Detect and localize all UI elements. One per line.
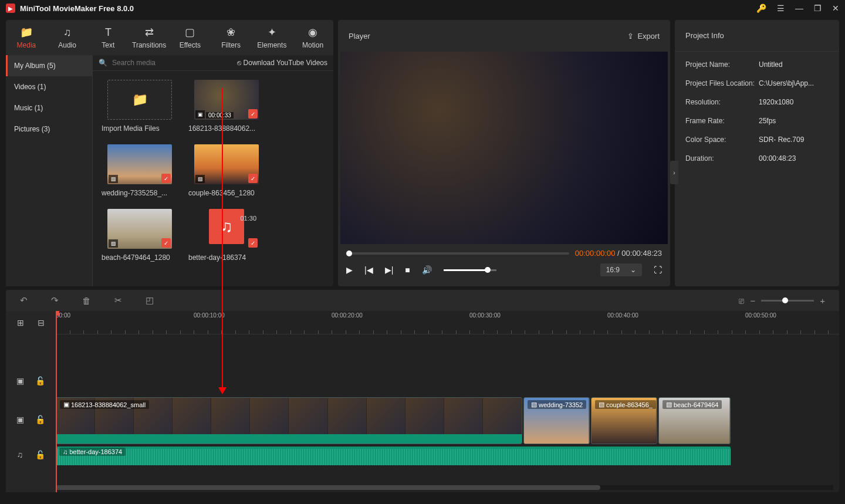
image-badge-icon: ▧	[109, 239, 118, 248]
app-title: MiniTool MovieMaker Free 8.0.0	[20, 4, 756, 13]
export-icon: ⇪	[627, 32, 634, 40]
export-button[interactable]: ⇪Export	[627, 32, 660, 40]
sidebar-item-videos[interactable]: Videos (1)	[6, 76, 92, 97]
project-info-panel: › Project Info Project Name:Untitled Pro…	[675, 20, 839, 286]
motion-icon: ◉	[308, 26, 317, 39]
add-track-button[interactable]: ⊞	[17, 318, 24, 327]
zoom-slider[interactable]	[761, 300, 814, 302]
tab-text[interactable]: TText	[88, 20, 129, 55]
next-frame-button[interactable]: ▶|	[385, 265, 394, 275]
zoom-in-button[interactable]: +	[820, 296, 825, 306]
info-row: Resolution:1920x1080	[675, 93, 839, 111]
media-item[interactable]: ▣ 00:00:33 ✓ 168213-838884062...	[188, 80, 265, 133]
import-media-button[interactable]: 📁 Import Media Files	[102, 80, 178, 133]
sidebar-item-music[interactable]: Music (1)	[6, 97, 92, 119]
folder-icon: 📁	[20, 26, 33, 39]
sidebar-item-my-album[interactable]: My Album (5)	[6, 55, 92, 76]
top-tabs: 📁Media ♫Audio TText ⇄Transitions ▢Effect…	[6, 20, 333, 55]
tab-filters[interactable]: ❀Filters	[211, 20, 252, 55]
sidebar-item-pictures[interactable]: Pictures (3)	[6, 119, 92, 140]
media-item[interactable]: ▧ ✓ couple-863456_1280	[188, 144, 265, 197]
prev-frame-button[interactable]: |◀	[364, 265, 373, 275]
timeline-fit-button[interactable]: ⎚	[739, 296, 744, 306]
key-icon[interactable]: 🔑	[756, 4, 766, 13]
close-button[interactable]: ✕	[832, 4, 839, 13]
tab-elements[interactable]: ✦Elements	[252, 20, 293, 55]
zoom-out-button[interactable]: −	[750, 296, 755, 306]
check-icon: ✓	[161, 174, 171, 183]
chevron-down-icon: ⌄	[630, 266, 636, 274]
media-item[interactable]: ♫ 01:30 ✓ better-day-186374	[188, 209, 265, 262]
image-clip[interactable]: ▧couple-863456_	[591, 397, 657, 444]
check-icon: ✓	[248, 109, 258, 119]
volume-icon[interactable]: 🔊	[422, 265, 432, 275]
tab-audio[interactable]: ♫Audio	[47, 20, 88, 55]
seek-bar[interactable]	[346, 252, 569, 255]
tab-effects[interactable]: ▢Effects	[170, 20, 211, 55]
image-clip[interactable]: ▧wedding-73352	[523, 397, 590, 444]
overlay-track[interactable]	[56, 367, 839, 395]
lock-icon[interactable]: 🔓	[35, 450, 45, 459]
image-badge-icon: ▧	[195, 175, 205, 183]
elements-icon: ✦	[268, 26, 276, 39]
info-row: Frame Rate:25fps	[675, 111, 839, 130]
media-caption: wedding-7335258_...	[102, 189, 178, 197]
timeline-ruler[interactable]: 00:0000:00:10:0000:00:20:0000:00:30:0000…	[56, 311, 839, 334]
search-input[interactable]	[112, 59, 232, 67]
info-row: Project Name:Untitled	[675, 55, 839, 74]
timeline-scrollbar[interactable]	[56, 485, 833, 490]
tab-motion[interactable]: ◉Motion	[292, 20, 333, 55]
menu-icon[interactable]: ☰	[777, 4, 785, 13]
aspect-ratio-select[interactable]: 16:9⌄	[600, 263, 642, 276]
minimize-button[interactable]: —	[795, 4, 803, 13]
collapse-panel-button[interactable]: ›	[670, 161, 678, 184]
image-badge-icon: ▧	[531, 401, 537, 408]
lock-icon[interactable]: 🔓	[35, 376, 45, 385]
info-row: Duration:00:00:48:23	[675, 149, 839, 168]
image-clip[interactable]: ▧beach-6479464	[658, 397, 731, 444]
undo-button[interactable]: ↶	[20, 295, 28, 306]
split-button[interactable]: ✂	[114, 295, 122, 306]
filters-icon: ❀	[227, 26, 235, 39]
time-display: 00:00:00:00 / 00:00:48:23	[575, 249, 662, 258]
audio-track[interactable]: ♫better-day-186374	[56, 447, 839, 465]
video-clip[interactable]: ▣168213-838884062_small	[56, 397, 522, 444]
check-icon: ✓	[248, 238, 258, 248]
media-caption: 168213-838884062...	[188, 124, 265, 133]
app-logo-icon: ▶	[6, 4, 15, 13]
playhead[interactable]	[56, 311, 57, 492]
image-badge-icon: ▧	[666, 401, 672, 408]
image-badge-icon: ▧	[599, 401, 604, 408]
media-item[interactable]: ▧ ✓ beach-6479464_1280	[102, 209, 178, 262]
stop-button[interactable]: ■	[405, 265, 410, 275]
check-icon: ✓	[161, 238, 171, 248]
video-track[interactable]: ▣168213-838884062_small ▧wedding-73352 ▧…	[56, 397, 839, 444]
media-caption: couple-863456_1280	[188, 189, 265, 197]
tab-transitions[interactable]: ⇄Transitions	[129, 20, 170, 55]
tab-media[interactable]: 📁Media	[6, 20, 47, 55]
media-caption: beach-6479464_1280	[102, 253, 178, 262]
crop-button[interactable]: ◰	[146, 295, 154, 306]
maximize-button[interactable]: ❐	[814, 4, 822, 13]
video-preview[interactable]	[340, 52, 668, 244]
folder-icon: 📁	[132, 92, 148, 107]
remove-track-button[interactable]: ⊟	[38, 318, 45, 327]
volume-slider[interactable]	[444, 269, 496, 271]
video-track-icon: ▣	[16, 415, 24, 424]
effects-icon: ▢	[185, 26, 195, 39]
video-badge-icon: ▣	[195, 110, 205, 119]
audio-clip[interactable]: ♫better-day-186374	[56, 447, 731, 465]
media-caption: better-day-186374	[188, 253, 265, 262]
info-row: Color Space:SDR- Rec.709	[675, 130, 839, 149]
delete-button[interactable]: 🗑	[82, 296, 91, 306]
lock-icon[interactable]: 🔓	[35, 415, 45, 424]
check-icon: ✓	[248, 174, 258, 183]
play-button[interactable]: ▶	[346, 265, 353, 275]
fullscreen-button[interactable]: ⛶	[654, 265, 662, 275]
audio-track-icon: ♫	[16, 450, 23, 459]
download-youtube-link[interactable]: ⎋Download YouTube Videos	[237, 59, 327, 67]
redo-button[interactable]: ↷	[51, 295, 59, 306]
search-icon: 🔍	[99, 59, 107, 67]
project-info-title: Project Info	[675, 20, 839, 52]
media-item[interactable]: ▧ ✓ wedding-7335258_...	[102, 144, 178, 197]
